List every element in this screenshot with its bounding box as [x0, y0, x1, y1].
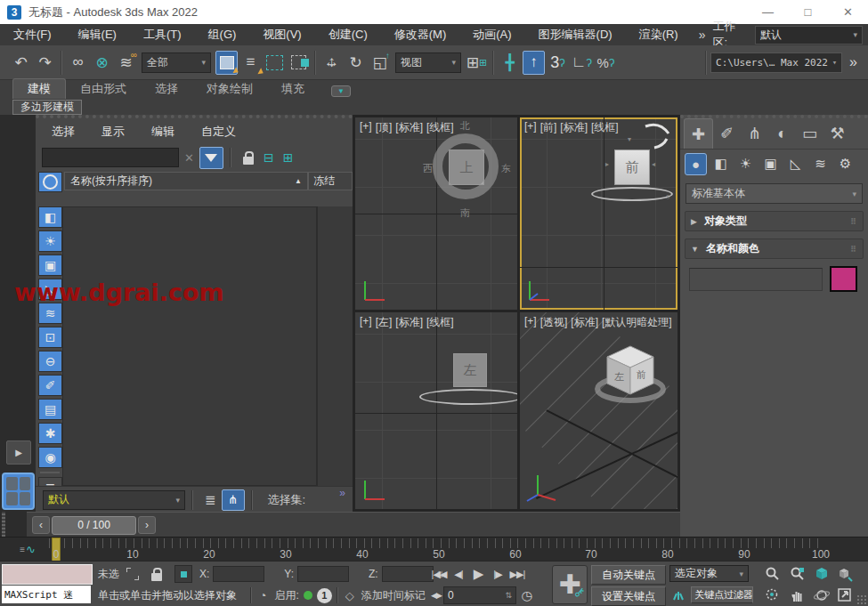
tab-selection[interactable]: 选择 — [141, 79, 192, 99]
pan-hand-button[interactable] — [787, 586, 808, 604]
category-spacewarps[interactable]: ≋ — [809, 153, 831, 175]
zoom-region-button[interactable] — [762, 586, 783, 604]
grid-display-icon[interactable]: ◔ — [259, 588, 266, 602]
use-pivot-center-button[interactable]: ⊞⊞ — [466, 51, 488, 75]
display-containers-button[interactable]: ⊡ — [38, 327, 62, 348]
absolute-mode-button[interactable] — [174, 565, 192, 583]
menu-rendering[interactable]: 渲染(R) — [626, 27, 692, 43]
time-prev-button[interactable]: ‹ — [32, 516, 50, 534]
viewcube-arrow-right[interactable]: ◂ — [652, 160, 655, 168]
menu-graph-editors[interactable]: 图形编辑器(D) — [525, 27, 626, 43]
tab-freeform[interactable]: 自由形式 — [66, 79, 141, 99]
lock-icon[interactable] — [243, 157, 254, 165]
menu-group[interactable]: 组(G) — [195, 27, 250, 43]
viewcube-compass-ring[interactable] — [419, 389, 517, 405]
display-lights-button[interactable]: ☀ — [38, 230, 62, 252]
ribbon-minimize-button[interactable]: ▼ — [331, 85, 351, 97]
viewport-pov-label[interactable]: [透视] — [540, 315, 568, 330]
category-cameras[interactable]: ▣ — [759, 153, 782, 175]
viewport-standard-label[interactable]: [标准] — [395, 315, 423, 330]
display-bones-button[interactable]: ✐ — [38, 375, 62, 396]
viewport-shading-label[interactable]: [线框] — [591, 120, 619, 135]
viewcube-front-face[interactable]: 前 — [614, 149, 650, 185]
maxscript-mini-listener[interactable]: MAXScript 迷 — [2, 586, 91, 603]
clear-search-icon[interactable]: ✕ — [184, 151, 194, 165]
compass-west[interactable]: 西 — [423, 162, 433, 175]
explorer-menu-customize[interactable]: 自定义 — [201, 124, 236, 140]
set-key-button[interactable]: 设置关键点 — [591, 586, 666, 606]
key-mode-toggle[interactable]: ◀▶ — [429, 586, 443, 604]
menu-create[interactable]: 创建(C) — [315, 27, 381, 43]
viewport-standard-label[interactable]: [标准] — [571, 315, 598, 330]
collapse-all-button[interactable]: ⊟ — [264, 150, 274, 165]
viewport-layout-tabs-button[interactable] — [2, 473, 35, 510]
layer-manager-button[interactable]: ≣ — [205, 492, 216, 508]
viewport-standard-label[interactable]: [标准] — [560, 120, 588, 135]
zoom-all-button[interactable] — [787, 564, 808, 583]
search-input[interactable] — [42, 148, 179, 167]
resize-grip[interactable] — [856, 594, 867, 605]
key-filter-paw-button[interactable] — [669, 586, 687, 603]
angle-snap-button[interactable]: ∟ʔ — [571, 51, 593, 75]
viewport-front[interactable]: [+] [前] [标准] [线框] 前 ▸ ◂ ▾ ○ — [520, 117, 677, 310]
time-configuration-button[interactable]: ◷ — [516, 586, 536, 604]
compass-east[interactable]: 东 — [501, 162, 511, 175]
menu-modifiers[interactable]: 修改器(M) — [381, 27, 460, 43]
select-object-button[interactable] — [215, 51, 238, 75]
frozen-column-header[interactable]: 冻结 — [308, 172, 353, 190]
explorer-menu-display[interactable]: 显示 — [101, 124, 125, 140]
viewport-menu-plus[interactable]: [+] — [524, 120, 537, 135]
viewport-pov-label[interactable]: [顶] — [376, 120, 393, 135]
explorer-object-list[interactable] — [62, 206, 317, 486]
snap-move-button[interactable]: ╋ — [499, 51, 521, 75]
subtab-polygon-modeling[interactable]: 多边形建模 — [12, 100, 82, 115]
reference-coordinate-dropdown[interactable]: 视图 ▾ — [395, 53, 461, 73]
viewcube-rotate-arrows-icon[interactable] — [640, 121, 672, 151]
tab-create[interactable]: ✚ — [684, 118, 713, 149]
layer-dropdown[interactable]: 默认 ▾ — [43, 490, 185, 510]
select-by-name-button[interactable]: ≡ — [239, 51, 262, 75]
tab-hierarchy[interactable]: ⋔ — [741, 118, 768, 149]
selection-region-icon[interactable] — [126, 568, 139, 580]
zoom-button[interactable] — [762, 564, 783, 583]
track-bar[interactable]: ≡ ∿ 0 10 20 30 40 50 60 70 80 90 100 — [0, 537, 868, 562]
mini-curve-editor-button[interactable]: ≡ ∿ — [14, 541, 41, 558]
selection-filter-dropdown[interactable]: 全部 ▾ — [142, 53, 211, 73]
tab-display[interactable]: ▭ — [796, 118, 823, 149]
zoom-extents-all-button[interactable] — [834, 564, 856, 583]
menu-overflow-icon[interactable]: » — [699, 28, 706, 42]
viewport-menu-plus[interactable]: [+] — [524, 315, 537, 330]
expand-all-button[interactable]: ⊞ — [283, 150, 294, 165]
display-cameras-button[interactable]: ▣ — [38, 255, 62, 276]
object-name-field[interactable] — [689, 268, 823, 291]
add-time-tag[interactable]: 添加时间标记 — [361, 588, 426, 603]
select-and-link-button[interactable]: ∞ — [67, 51, 89, 75]
display-xrefs-button[interactable]: ⊖ — [38, 351, 62, 372]
primitive-category-dropdown[interactable]: 标准基本体 ▾ — [685, 183, 863, 204]
viewcube-arrow-left[interactable]: ▸ — [605, 160, 609, 168]
project-folder-dropdown[interactable]: C:\Users\… Max 2022 ▾ — [710, 53, 842, 73]
maximize-viewport-button[interactable] — [834, 586, 856, 604]
notification-badge[interactable]: 1 — [317, 588, 332, 603]
workspace-dropdown[interactable]: 默认 ▾ — [755, 26, 863, 44]
toolbar-overflow-icon[interactable]: » — [849, 54, 857, 70]
selection-region-button[interactable] — [264, 51, 286, 75]
display-frozen-button[interactable]: ◉ — [38, 447, 62, 468]
category-helpers[interactable]: ◺ — [784, 153, 807, 175]
tab-populate[interactable]: 填充 — [267, 79, 319, 99]
viewport-menu-plus[interactable]: [+] — [360, 315, 372, 330]
expand-panel-button[interactable]: ▶ — [6, 440, 31, 465]
z-coordinate-field[interactable] — [382, 566, 434, 582]
viewport-standard-label[interactable]: [标准] — [395, 120, 423, 135]
category-lights[interactable]: ☀ — [734, 153, 757, 175]
menu-views[interactable]: 视图(V) — [249, 27, 314, 43]
redo-button[interactable]: ↷ — [34, 51, 56, 75]
viewport-shading-label[interactable]: [线框] — [426, 120, 454, 135]
compass-south[interactable]: 南 — [460, 206, 470, 220]
menu-tools[interactable]: 工具(T) — [130, 27, 195, 43]
x-coordinate-field[interactable] — [213, 566, 264, 582]
viewcube-left-face[interactable]: 左 — [453, 353, 487, 387]
viewcube-arrow-up[interactable]: ▾ — [628, 135, 631, 143]
auto-key-button[interactable]: 自动关键点 — [591, 565, 666, 585]
rollout-name-color[interactable]: ▼ 名称和颜色 ⠿ — [685, 238, 864, 259]
